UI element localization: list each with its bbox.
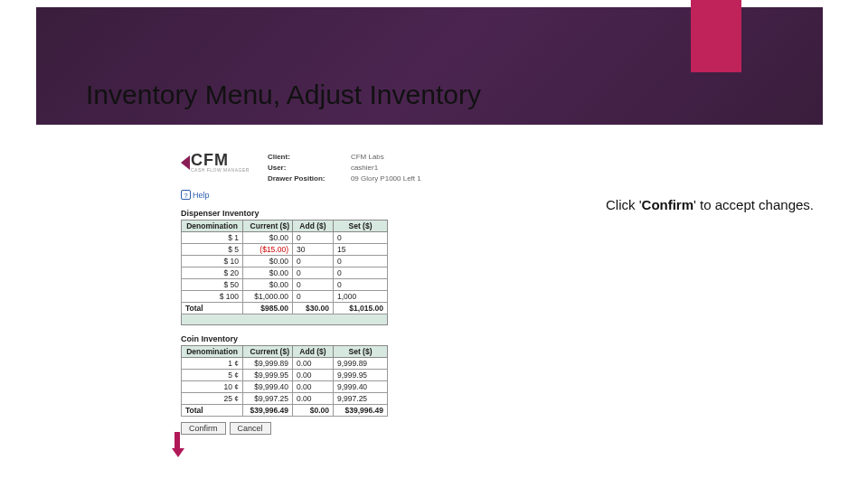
- th-current: Current ($): [243, 346, 293, 358]
- instruction-text: Click 'Confirm' to accept changes.: [606, 197, 814, 212]
- set-input[interactable]: 1,000: [334, 291, 388, 303]
- add-input[interactable]: 0: [293, 267, 334, 279]
- app-screenshot: CFM CASH FLOW MANAGER Client:CFM Labs Us…: [181, 152, 542, 435]
- logo-subtitle: CASH FLOW MANAGER: [191, 168, 250, 173]
- th-add: Add ($): [293, 346, 334, 358]
- dispenser-title: Dispenser Inventory: [181, 209, 542, 218]
- slide-title: Inventory Menu, Adjust Inventory: [86, 80, 481, 110]
- set-input[interactable]: 9,999.89: [334, 358, 388, 370]
- set-input[interactable]: 9,999.40: [334, 381, 388, 393]
- table-row: 1 ¢$9,999.890.009,999.89: [182, 358, 388, 370]
- total-current: $985.00: [243, 303, 293, 314]
- set-input[interactable]: 0: [334, 267, 388, 279]
- confirm-button[interactable]: Confirm: [181, 422, 226, 435]
- table-row: $ 10$0.0000: [182, 256, 388, 267]
- add-input[interactable]: 0.00: [293, 370, 334, 381]
- help-icon: ?: [181, 190, 191, 200]
- total-add: $0.00: [293, 405, 334, 417]
- table-row: 5 ¢$9,999.950.009,999.95: [182, 370, 388, 381]
- total-set: $1,015.00: [334, 303, 388, 314]
- th-set: Set ($): [334, 346, 388, 358]
- set-input[interactable]: 0: [334, 256, 388, 267]
- coin-table: Denomination Current ($) Add ($) Set ($)…: [181, 345, 388, 417]
- total-add: $30.00: [293, 303, 334, 314]
- table-row: $ 1$0.0000: [182, 232, 388, 244]
- th-current: Current ($): [243, 221, 293, 232]
- set-input[interactable]: 9,999.95: [334, 370, 388, 381]
- th-add: Add ($): [293, 221, 334, 232]
- app-logo: CFM CASH FLOW MANAGER: [181, 152, 250, 173]
- table-row: $ 100$1,000.0001,000: [182, 291, 388, 303]
- th-denomination: Denomination: [182, 221, 243, 232]
- table-row: $ 50$0.0000: [182, 279, 388, 291]
- add-input[interactable]: 0: [293, 256, 334, 267]
- logo-text: CFM: [191, 152, 250, 168]
- total-label: Total: [182, 303, 243, 314]
- add-input[interactable]: 0.00: [293, 381, 334, 393]
- help-link[interactable]: ?Help: [181, 190, 542, 200]
- add-input[interactable]: 0: [293, 291, 334, 303]
- total-current: $39,996.49: [243, 405, 293, 417]
- header-meta: Client:CFM Labs User:cashier1 Drawer Pos…: [268, 152, 542, 184]
- total-label: Total: [182, 405, 243, 417]
- accent-tab: [691, 0, 741, 72]
- table-row: 25 ¢$9,997.250.009,997.25: [182, 393, 388, 405]
- set-input[interactable]: 0: [334, 279, 388, 291]
- table-row: $ 20$0.0000: [182, 267, 388, 279]
- coin-title: Coin Inventory: [181, 334, 542, 343]
- chevron-icon: [181, 155, 190, 170]
- dispenser-table: Denomination Current ($) Add ($) Set ($)…: [181, 220, 388, 325]
- th-set: Set ($): [334, 221, 388, 232]
- pointer-arrow-icon: [172, 432, 183, 459]
- add-input[interactable]: 0: [293, 279, 334, 291]
- set-input[interactable]: 0: [334, 232, 388, 244]
- add-input[interactable]: 0.00: [293, 393, 334, 405]
- cancel-button[interactable]: Cancel: [230, 422, 271, 435]
- add-input[interactable]: 0.00: [293, 358, 334, 370]
- add-input[interactable]: 0: [293, 232, 334, 244]
- th-denomination: Denomination: [182, 346, 243, 358]
- set-input[interactable]: 9,997.25: [334, 393, 388, 405]
- table-row: 10 ¢$9,999.400.009,999.40: [182, 381, 388, 393]
- table-row: $ 5($15.00)3015: [182, 244, 388, 256]
- set-input[interactable]: 15: [334, 244, 388, 256]
- total-set: $39,996.49: [334, 405, 388, 417]
- add-input[interactable]: 30: [293, 244, 334, 256]
